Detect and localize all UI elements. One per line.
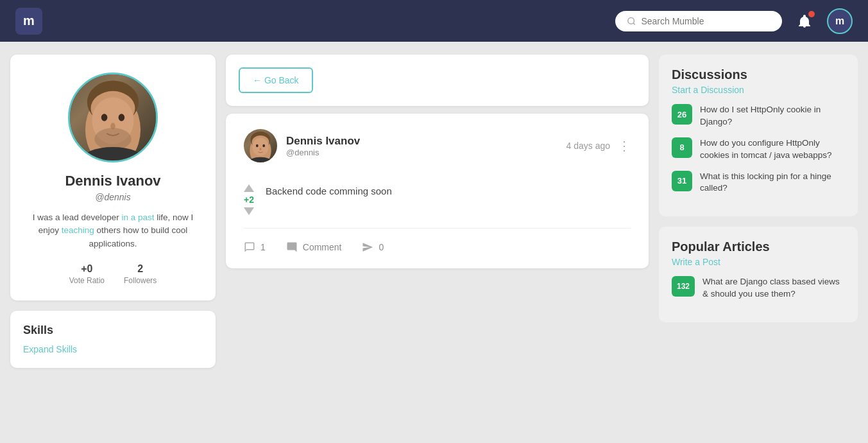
svg-point-14: [252, 138, 268, 156]
go-back-button[interactable]: ← Go Back: [239, 67, 313, 93]
downvote-button[interactable]: [244, 207, 254, 215]
vote-ratio-value: +0: [81, 263, 92, 275]
upvote-button[interactable]: [244, 184, 254, 192]
right-panel: Discussions Start a Discussion 26 How do…: [659, 55, 858, 368]
comment-button-label: Comment: [303, 242, 342, 252]
left-panel: Dennis Ivanov @dennis I was a lead devel…: [10, 55, 216, 368]
followers-stat: 2 Followers: [124, 263, 157, 285]
user-nav-letter: m: [835, 15, 844, 27]
article-item: 132 What are Django class based views & …: [672, 276, 845, 300]
post-timestamp: 4 days ago: [566, 141, 611, 151]
share-icon: [362, 241, 373, 253]
svg-point-6: [101, 114, 108, 121]
svg-point-9: [94, 128, 131, 150]
discussion-text-1: How do I set HttpOnly cookie in Django?: [700, 104, 845, 128]
followers-label: Followers: [124, 276, 157, 285]
notification-badge: [808, 11, 815, 17]
vote-count: +2: [244, 195, 254, 205]
post-content: +2 Backend code comming soon: [244, 178, 631, 229]
svg-point-0: [628, 17, 634, 24]
vote-widget: +2: [244, 184, 254, 215]
discussion-text-3: What is this locking pin for a hinge cal…: [700, 171, 845, 195]
svg-point-17: [260, 148, 262, 150]
start-discussion-link[interactable]: Start a Discussion: [672, 85, 845, 95]
followers-value: 2: [137, 263, 143, 275]
comment-bubble-icon: [244, 241, 255, 253]
write-post-link[interactable]: Write a Post: [672, 257, 845, 267]
post-avatar-svg: [244, 129, 277, 162]
skills-card: Skills Expand Skills: [10, 311, 216, 368]
avatar-image: [70, 74, 156, 161]
share-count: 0: [379, 242, 384, 252]
article-text-1: What are Django class based views & shou…: [702, 276, 845, 300]
go-back-card: ← Go Back: [226, 55, 649, 106]
discussions-title: Discussions: [672, 67, 845, 82]
navbar: m m: [0, 0, 868, 42]
profile-stats: +0 Vote Ratio 2 Followers: [69, 263, 157, 285]
avatar-svg: [70, 74, 156, 161]
center-panel: ← Go Back: [226, 55, 649, 368]
svg-point-15: [256, 144, 259, 147]
post-text: Backend code comming soon: [266, 184, 392, 199]
post-avatar: [244, 129, 277, 162]
post-footer: 1 Comment 0: [244, 241, 631, 253]
post-author-info: Dennis Ivanov @dennis: [286, 135, 360, 157]
bio-text-1: I was a lead developer: [33, 213, 122, 222]
discussion-badge-1: 26: [672, 104, 692, 125]
logo[interactable]: m: [15, 8, 42, 35]
notifications-button[interactable]: [792, 9, 817, 33]
popular-title: Popular Articles: [672, 239, 845, 254]
search-input[interactable]: [641, 16, 770, 26]
bio-text-3: others how to build cool applications.: [89, 225, 187, 248]
search-icon: [627, 16, 636, 26]
post-author: Dennis Ivanov @dennis: [244, 129, 360, 162]
discussion-badge-3: 31: [672, 171, 692, 191]
svg-line-1: [633, 22, 635, 24]
post-header: Dennis Ivanov @dennis 4 days ago ⋮: [244, 129, 631, 162]
profile-name: Dennis Ivanov: [65, 173, 160, 189]
post-card: Dennis Ivanov @dennis 4 days ago ⋮ +2 Ba…: [226, 114, 649, 268]
svg-point-7: [119, 114, 125, 121]
discussions-card: Discussions Start a Discussion 26 How do…: [659, 55, 858, 216]
post-author-handle: @dennis: [286, 148, 360, 157]
profile-bio: I was a lead developer in a past life, n…: [23, 211, 203, 250]
post-meta: 4 days ago ⋮: [566, 138, 631, 153]
discussion-badge-2: 8: [672, 137, 692, 158]
logo-letter: m: [23, 13, 35, 28]
main-layout: Dennis Ivanov @dennis I was a lead devel…: [0, 42, 868, 381]
bio-link-2[interactable]: teaching: [62, 225, 94, 235]
skills-title: Skills: [23, 324, 203, 337]
article-badge-1: 132: [672, 276, 695, 297]
search-bar: [615, 11, 782, 31]
post-author-name: Dennis Ivanov: [286, 135, 360, 148]
discussion-text-2: How do you configure HttpOnly cookies in…: [700, 137, 845, 162]
vote-ratio-stat: +0 Vote Ratio: [69, 263, 105, 285]
comment-icon: [286, 241, 298, 253]
navbar-right: m: [615, 8, 853, 34]
user-avatar-nav[interactable]: m: [827, 8, 853, 34]
discussion-item: 26 How do I set HttpOnly cookie in Djang…: [672, 104, 845, 128]
post-options-button[interactable]: ⋮: [618, 138, 631, 153]
profile-username: @dennis: [95, 192, 130, 202]
bio-link[interactable]: in a past: [122, 213, 155, 222]
profile-card: Dennis Ivanov @dennis I was a lead devel…: [10, 55, 216, 300]
discussion-item: 31 What is this locking pin for a hinge …: [672, 171, 845, 195]
comment-button[interactable]: Comment: [286, 241, 342, 253]
expand-skills-button[interactable]: Expand Skills: [23, 344, 77, 354]
avatar: [68, 73, 158, 162]
svg-point-16: [262, 144, 265, 147]
discussion-item: 8 How do you configure HttpOnly cookies …: [672, 137, 845, 162]
share-action[interactable]: 0: [362, 241, 384, 253]
vote-ratio-label: Vote Ratio: [69, 276, 105, 285]
popular-articles-card: Popular Articles Write a Post 132 What a…: [659, 227, 858, 322]
comment-count: 1: [260, 242, 266, 252]
comments-action[interactable]: 1: [244, 241, 266, 253]
